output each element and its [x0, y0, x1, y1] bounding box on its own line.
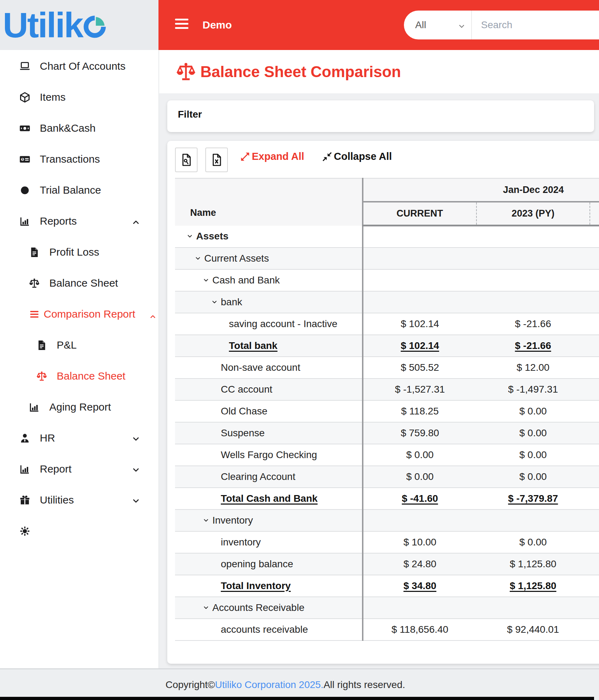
row-value-cell-2 [590, 226, 599, 248]
row-label: Total Inventory [221, 580, 291, 592]
table-row: Suspense$ 759.80$ 0.00 [175, 422, 599, 444]
row-value-cell-0: $ 505.52 [363, 357, 476, 379]
sidebar-item-chart-of-accounts[interactable]: Chart Of Accounts [0, 51, 158, 82]
window-bottom-edge [0, 697, 594, 700]
row-name-cell[interactable]: Cash and Bank [175, 269, 363, 291]
sidebar-item-report[interactable]: Report [0, 454, 158, 485]
table-row: Clearing Account$ 0.00$ 0.00 [175, 466, 599, 488]
sidebar-item-utilities[interactable]: Utilities [0, 485, 158, 515]
row-label: Current Assets [204, 253, 269, 264]
row-name-cell[interactable]: Inventory [175, 510, 363, 531]
collapse-all-button[interactable]: Collapse All [322, 151, 392, 162]
row-value-cell-0[interactable]: $ 102.14 [363, 335, 476, 357]
filter-panel[interactable]: Filter [167, 100, 594, 132]
bar-chart-icon [19, 464, 30, 475]
row-value-cell-2 [590, 357, 599, 379]
export-pdf-button[interactable] [175, 148, 198, 172]
expand-arrows-icon [239, 151, 251, 162]
expand-all-button[interactable]: Expand All [239, 151, 304, 162]
sidebar-item-hr[interactable]: HR [0, 423, 158, 454]
search-input[interactable] [472, 11, 599, 39]
row-value-cell-1[interactable]: $ -21.66 [476, 335, 590, 357]
search-category-value: All [415, 19, 426, 31]
hamburger-menu-icon[interactable] [175, 19, 188, 31]
row-value-cell-1[interactable]: $ -7,379.87 [476, 488, 590, 510]
sidebar-item-aging-report[interactable]: Aging Report [0, 392, 158, 423]
search-category-select[interactable]: All [404, 11, 471, 39]
row-value-cell-1: $ 0.00 [476, 400, 590, 422]
row-value-cell-1: $ 0.00 [476, 531, 590, 553]
user-icon [19, 433, 30, 444]
svg-text:$: $ [22, 157, 24, 161]
row-value-cell-2 [590, 422, 599, 444]
row-value-cell-1 [476, 291, 590, 313]
collapse-arrows-icon [322, 151, 333, 162]
table-row: Old Chase$ 118.25$ 0.00 [175, 400, 599, 422]
sidebar-item-p-l[interactable]: P&L [0, 330, 158, 361]
row-name-cell[interactable]: Total Inventory [175, 575, 363, 597]
row-name-cell[interactable]: Total Cash and Bank [175, 488, 363, 510]
chevron-up-icon [149, 311, 156, 318]
row-value-cell-0[interactable]: $ -41.60 [363, 488, 476, 510]
gift-icon [19, 495, 30, 506]
table-row: Cash and Bank [175, 269, 599, 291]
sidebar-item-balance-sheet[interactable]: Balance Sheet [0, 268, 158, 299]
row-value-cell-1[interactable]: $ 1,125.80 [476, 575, 590, 597]
row-value-cell-1: $ 0.00 [476, 466, 590, 488]
table-row: Inventory [175, 510, 599, 531]
table-row: opening balance$ 24.80$ 1,125.80 [175, 553, 599, 575]
collapse-all-label: Collapse All [334, 151, 392, 162]
row-name-cell[interactable]: Current Assets [175, 248, 363, 269]
row-value-cell-2 [590, 575, 599, 597]
sidebar-item-label: Profit Loss [49, 246, 99, 258]
row-label: opening balance [221, 558, 293, 570]
row-value-cell-1: $ 92,440.01 [476, 619, 590, 640]
menu-bars-icon [29, 309, 40, 320]
sidebar-item-bank-cash[interactable]: Bank&Cash [0, 113, 158, 144]
row-value-cell-1: $ -1,497.31 [476, 379, 590, 400]
row-label: Cash and Bank [212, 275, 280, 286]
sidebar-item-label: Reports [40, 215, 77, 227]
sidebar-item-items[interactable]: Items [0, 82, 158, 113]
table-row: saving account - Inactive$ 102.14$ -21.6… [175, 313, 599, 335]
row-name-cell[interactable]: Accounts Receivable [175, 597, 363, 619]
table-row: Current Assets [175, 248, 599, 269]
sidebar-item-balance-sheet[interactable]: Balance Sheet [0, 361, 158, 392]
file-icon [36, 340, 47, 351]
row-value-cell-2 [590, 269, 599, 291]
row-name-cell[interactable]: bank [175, 291, 363, 313]
sidebar-item-profit-loss[interactable]: Profit Loss [0, 237, 158, 268]
sidebar-item-comparison-report[interactable]: Comparison Report [0, 299, 158, 330]
sidebar-item-reports[interactable]: Reports [0, 206, 158, 237]
sidebar-item-label: Comparison Report [44, 308, 135, 320]
app-logo: Utilik [0, 0, 158, 50]
table-row: CC account$ -1,527.31$ -1,497.31 [175, 379, 599, 400]
sidebar-item-transactions[interactable]: $Transactions [0, 144, 158, 175]
row-value-cell-1 [476, 510, 590, 531]
row-value-cell-0 [363, 291, 476, 313]
row-label: CC account [221, 384, 272, 395]
row-value-cell-2 [590, 313, 599, 335]
row-name-cell: Non-save account [175, 357, 363, 379]
copyright-link[interactable]: Utiliko Corporation 2025. [215, 679, 323, 690]
sidebar-item-label: P&L [57, 339, 77, 351]
export-excel-button[interactable] [205, 148, 228, 172]
row-value-cell-0[interactable]: $ 34.80 [363, 575, 476, 597]
column-header-current: CURRENT [363, 202, 476, 226]
sidebar: Chart Of AccountsItemsBank&Cash$Transact… [0, 50, 159, 668]
cube-icon [19, 92, 30, 103]
row-name-cell: saving account - Inactive [175, 313, 363, 335]
row-value-cell-2 [590, 291, 599, 313]
row-name-cell[interactable]: Assets [175, 226, 363, 248]
row-name-cell[interactable]: Total bank [175, 335, 363, 357]
sidebar-item-label: Aging Report [49, 401, 111, 413]
chevron-down-icon [187, 233, 193, 239]
sidebar-item-hidden-15[interactable] [0, 515, 158, 536]
row-value-cell-0 [363, 510, 476, 531]
row-value-cell-0: $ -1,527.31 [363, 379, 476, 400]
sidebar-item-trial-balance[interactable]: Trial Balance [0, 175, 158, 206]
row-value-cell-2 [590, 335, 599, 357]
sidebar-item-label: Report [40, 463, 71, 475]
chevron-down-icon [132, 496, 140, 504]
sidebar-item-label: Balance Sheet [57, 370, 125, 382]
